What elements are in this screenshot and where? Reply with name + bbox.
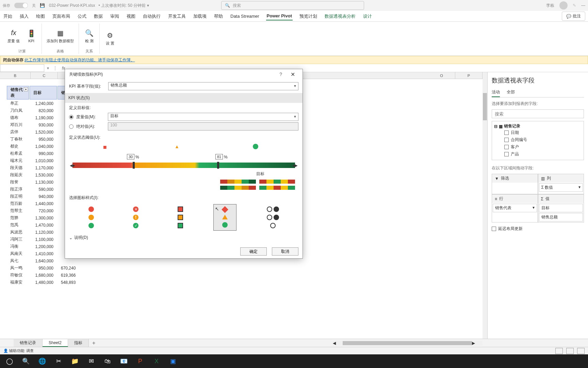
filter-area[interactable]: ▼筛选 [492, 174, 538, 194]
settings-button[interactable]: ⚙ 设 置 [103, 24, 117, 54]
kpi-button[interactable]: 🚦 KPI [24, 24, 38, 49]
threshold-high-input[interactable]: 81 [215, 154, 223, 159]
tab-design[interactable]: 设计 [362, 12, 373, 21]
excel-icon[interactable]: X [150, 356, 163, 367]
minimize-icon[interactable]: — [581, 3, 585, 8]
tab-pivot-analyze[interactable]: 数据透视表分析 [324, 12, 356, 21]
tab-developer[interactable]: 开发工具 [167, 12, 186, 21]
pattern-2[interactable] [220, 186, 256, 190]
rows-area[interactable]: ≡行 销售代表▾ [492, 194, 538, 223]
icon-style-pies[interactable] [258, 203, 288, 231]
measure-select[interactable]: 目标 [108, 113, 298, 121]
col-header-p[interactable]: P [455, 72, 483, 79]
store-icon[interactable]: 🛍 [101, 356, 114, 367]
defer-checkbox[interactable] [492, 227, 496, 231]
icon-style-circles[interactable] [80, 203, 103, 231]
add-to-model-button[interactable]: ▦ 添加到 数据模型 [45, 24, 75, 49]
mail-icon[interactable]: 📧 [117, 356, 131, 367]
sheet-tab-0[interactable]: 销售记录 [14, 339, 43, 347]
pen-icon[interactable]: ✎ [573, 3, 576, 8]
zoom-icon[interactable]: ▣ [166, 356, 180, 367]
vertical-scrollbar[interactable] [483, 72, 487, 339]
sheet-tab-2[interactable]: 指标 [68, 339, 89, 347]
tab-review[interactable]: 审阅 [110, 12, 120, 21]
threshold-slider[interactable]: ◀▶ ◀▶ [72, 163, 295, 169]
field-checkbox[interactable] [504, 145, 509, 149]
accessibility-status[interactable]: 辅助功能: 调查 [9, 348, 34, 353]
tab-insert[interactable]: 插入 [19, 12, 29, 21]
table-row[interactable]: 福康安1,480,000548,893 [7, 279, 79, 286]
help-icon[interactable]: ? [274, 72, 287, 77]
val-item-sales[interactable]: 销售总额 [539, 213, 583, 221]
threshold-handle-low[interactable] [133, 162, 135, 169]
horizontal-scrollbar[interactable]: ◀▶ [333, 341, 483, 346]
powerpoint-icon[interactable]: P [133, 356, 147, 367]
table-row[interactable]: 凤一鸣950,000670,240 [7, 265, 79, 271]
field-table-header[interactable]: ⊟ ▦ 销售记录 [494, 123, 582, 129]
col-header-b[interactable]: B [0, 72, 31, 79]
values-area[interactable]: Σ值 目标 销售总额 [538, 194, 584, 223]
icon-style-squares[interactable] [169, 203, 192, 231]
th-rep[interactable]: 销售代表▾ [7, 86, 29, 99]
row-item-rep[interactable]: 销售代表▾ [493, 204, 537, 212]
cancel-button[interactable]: 取消 [272, 247, 298, 256]
tab-datastreamer[interactable]: Data Streamer [230, 12, 260, 20]
tab-addins[interactable]: 加载项 [193, 12, 207, 21]
close-icon[interactable]: ✕ [287, 71, 298, 78]
add-sheet-button[interactable]: + [89, 340, 99, 346]
tab-view[interactable]: 视图 [126, 12, 136, 21]
ok-button[interactable]: 确定 [240, 247, 267, 256]
col-header-c[interactable]: C [31, 72, 58, 79]
view-normal-icon[interactable] [555, 348, 563, 354]
snip-icon[interactable]: ✂ [52, 356, 65, 367]
dropdown-icon[interactable]: ▾ [44, 66, 52, 71]
tab-preview[interactable]: 预览计划 [299, 12, 318, 21]
detect-button[interactable]: 🔍 检 测 [82, 24, 96, 49]
view-break-icon[interactable] [577, 348, 585, 354]
val-item-target[interactable]: 目标 [539, 204, 583, 212]
measure-radio[interactable] [69, 115, 74, 119]
threshold-handle-high[interactable] [217, 162, 219, 169]
search-taskbar-icon[interactable]: 🔍 [19, 356, 33, 367]
absolute-radio[interactable] [69, 124, 74, 129]
field-tab-active[interactable]: 活动 [492, 88, 500, 97]
collapse-icon[interactable]: ⊟ [494, 124, 497, 129]
pattern-4[interactable] [259, 186, 295, 190]
threshold-low-input[interactable]: 30 [127, 154, 134, 159]
tab-data[interactable]: 数据 [93, 12, 103, 21]
field-checkbox[interactable] [504, 131, 509, 135]
tab-layout[interactable]: 页面布局 [52, 12, 71, 21]
tab-draw[interactable]: 绘图 [35, 12, 46, 21]
name-box[interactable] [0, 64, 44, 72]
field-checkbox[interactable] [504, 152, 509, 156]
pattern-3[interactable] [259, 180, 295, 184]
tab-formulas[interactable]: 公式 [77, 12, 87, 21]
pattern-1[interactable] [220, 180, 256, 184]
field-search[interactable] [492, 109, 584, 118]
filter-icon[interactable]: ▾ [24, 87, 28, 91]
tab-automate[interactable]: 自动执行 [142, 12, 161, 21]
user-avatar[interactable] [559, 1, 568, 10]
comments-button[interactable]: 💬 批注 [562, 12, 585, 21]
icon-style-shapes[interactable] [213, 204, 236, 231]
outlook-icon[interactable]: ✉ [84, 356, 98, 367]
measure-button[interactable]: fx 度量 值 [6, 24, 21, 49]
start-icon[interactable]: ◯ [3, 356, 16, 367]
field-tab-all[interactable]: 全部 [507, 88, 515, 97]
field-checkbox[interactable] [504, 138, 509, 142]
autosave-toggle[interactable] [14, 3, 28, 8]
sheet-tab-1[interactable]: Sheet2 [43, 339, 68, 347]
description-expander[interactable]: ⌄ 说明(D) [69, 235, 298, 241]
tab-powerpivot[interactable]: Power Pivot [266, 12, 293, 20]
col-item-value[interactable]: Σ 数值▾ [539, 183, 583, 192]
view-page-icon[interactable] [566, 348, 574, 354]
accessibility-icon[interactable]: 👤 [3, 349, 8, 353]
col-header-o[interactable]: O [428, 72, 455, 79]
chrome-icon[interactable]: 🌐 [35, 356, 49, 367]
search-box[interactable]: 🔍 搜索 [221, 1, 364, 10]
tab-home[interactable]: 开始 [3, 12, 13, 21]
field-item[interactable]: 日期 [494, 129, 582, 136]
field-item[interactable]: 合同编号 [494, 136, 582, 143]
icon-style-symbols[interactable]: ✕ ! ✓ [124, 203, 147, 231]
warning-link[interactable]: 此工作簿中有阻止使用自动保存的功能。请手动保存工作簿。 [24, 57, 135, 63]
